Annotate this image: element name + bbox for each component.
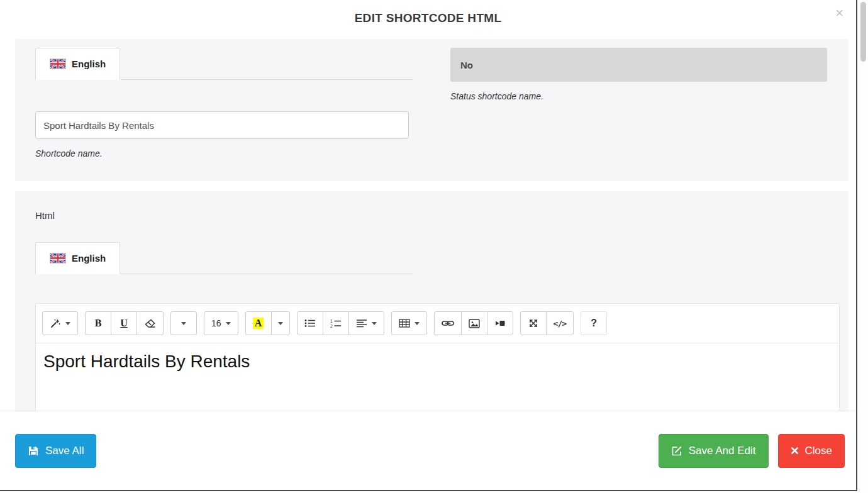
underline-icon: U	[120, 318, 128, 329]
chevron-down-icon	[181, 322, 186, 325]
page: EDIT SHORTCODE HTML ×	[0, 0, 868, 500]
shortcode-name-panel: English Shortcode name. No Status shortc…	[15, 39, 849, 181]
modal-close-icon[interactable]: ×	[835, 6, 843, 20]
status-field: No	[450, 48, 827, 82]
video-icon	[494, 319, 506, 328]
insert-link-button[interactable]	[434, 311, 462, 335]
chevron-down-icon	[278, 322, 283, 325]
fullscreen-button[interactable]	[520, 311, 547, 335]
uk-flag-icon	[50, 58, 66, 69]
name-column: English Shortcode name.	[35, 48, 450, 158]
table-icon	[399, 319, 410, 328]
save-all-label: Save All	[45, 445, 84, 457]
chevron-down-icon	[372, 322, 377, 325]
tab-english-name[interactable]: English	[35, 48, 120, 80]
font-color-icon: A	[253, 318, 264, 329]
footer-right-actions: Save And Edit Close	[659, 434, 845, 468]
name-language-tabbar: English	[35, 48, 413, 80]
code-view-icon: </>	[554, 319, 566, 328]
shortcode-name-input[interactable]	[35, 111, 409, 139]
status-column: No Status shortcode name.	[450, 48, 827, 158]
chevron-down-icon	[226, 322, 231, 325]
code-view-button[interactable]: </>	[546, 311, 574, 335]
edit-pencil-icon	[671, 445, 682, 457]
unordered-list-icon	[304, 319, 316, 328]
html-label: Html	[35, 210, 840, 221]
tab-label: English	[72, 253, 106, 264]
font-size-value: 16	[211, 318, 221, 328]
save-and-edit-button[interactable]: Save And Edit	[659, 434, 769, 468]
font-color-button[interactable]: A	[245, 311, 272, 335]
help-button[interactable]: ?	[581, 311, 607, 335]
modal-header: EDIT SHORTCODE HTML ×	[0, 0, 856, 38]
save-all-button[interactable]: Save All	[15, 434, 96, 468]
bold-icon: B	[95, 318, 102, 329]
close-button[interactable]: Close	[778, 434, 845, 468]
ordered-list-icon: 1 2	[330, 319, 342, 328]
clear-format-button[interactable]	[136, 311, 164, 335]
status-helper: Status shortcode name.	[450, 91, 827, 101]
picture-icon	[469, 319, 480, 328]
fullscreen-arrows-icon	[528, 318, 538, 328]
close-x-icon	[791, 447, 799, 455]
paragraph-align-dropdown[interactable]	[348, 311, 384, 335]
svg-text:2: 2	[330, 324, 333, 328]
modal-footer: Save All Save And Edit	[0, 411, 856, 490]
font-color-dropdown[interactable]	[271, 311, 290, 335]
html-language-tabbar: English	[35, 242, 413, 274]
shortcode-name-helper: Shortcode name.	[35, 148, 450, 158]
close-label: Close	[805, 445, 832, 457]
edit-shortcode-modal: EDIT SHORTCODE HTML ×	[0, 0, 857, 491]
bold-button[interactable]: B	[85, 311, 111, 335]
save-floppy-icon	[28, 445, 39, 457]
table-dropdown[interactable]	[391, 311, 427, 335]
tab-english-html[interactable]: English	[35, 242, 120, 274]
help-icon: ?	[591, 318, 597, 329]
chevron-down-icon	[415, 322, 420, 325]
eraser-icon	[144, 318, 156, 328]
tab-label: English	[72, 58, 106, 69]
underline-button[interactable]: U	[111, 311, 137, 335]
editor-toolbar: B U	[36, 304, 839, 343]
chevron-down-icon	[65, 322, 70, 325]
insert-picture-button[interactable]	[461, 311, 487, 335]
svg-text:1: 1	[330, 319, 333, 323]
insert-video-button[interactable]	[487, 311, 513, 335]
font-size-dropdown[interactable]: 16	[204, 311, 238, 335]
magic-wand-icon	[50, 318, 61, 329]
link-icon	[442, 319, 454, 327]
align-icon	[356, 319, 367, 328]
scrollbar-thumb[interactable]	[860, 2, 866, 62]
paragraph-style-dropdown[interactable]	[170, 311, 197, 335]
save-and-edit-label: Save And Edit	[689, 445, 756, 457]
ordered-list-button[interactable]: 1 2	[323, 311, 349, 335]
page-scrollbar[interactable]	[859, 0, 868, 491]
page-title: EDIT SHORTCODE HTML	[0, 0, 856, 25]
unordered-list-button[interactable]	[297, 311, 323, 335]
uk-flag-icon	[50, 253, 66, 264]
style-magic-button[interactable]	[42, 311, 78, 335]
